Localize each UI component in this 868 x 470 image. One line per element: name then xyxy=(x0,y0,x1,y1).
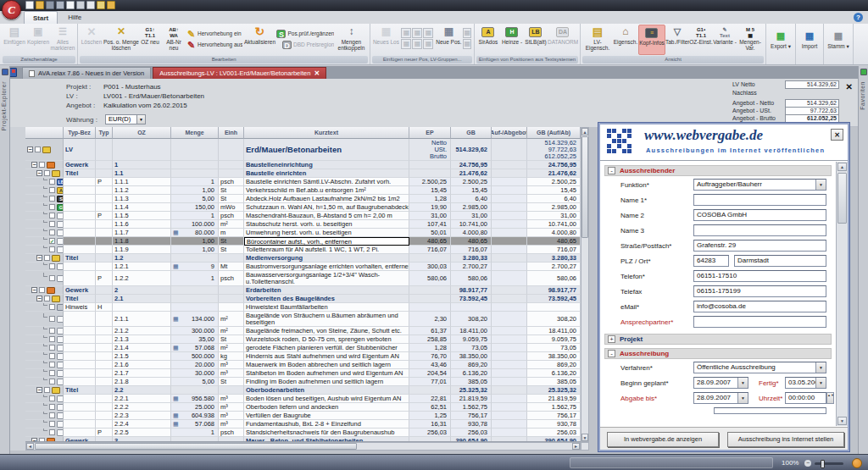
table-row-1.2[interactable]: −Titel1.2Medienversorgung3.280,333.280,3… xyxy=(25,254,581,263)
dbd-preisregion-button[interactable]: DDBD Preisregion xyxy=(276,39,334,50)
table-row-1.1.4[interactable]: G1.1.4150,00mWoSchutzzaun n. Wahl AN, h=… xyxy=(25,203,581,212)
table-row-2.2[interactable]: −Titel2.2Oberbodenarbeiten25.325,3225.32… xyxy=(25,386,581,395)
row-checkbox[interactable] xyxy=(49,353,55,359)
fertig-input[interactable]: 03.05.2007▼ xyxy=(785,377,826,389)
expand-box[interactable]: − xyxy=(27,147,33,152)
totals-value[interactable]: 514.329,62 xyxy=(785,80,839,89)
close-tab-icon[interactable]: ✕ xyxy=(314,68,320,79)
row-checkbox[interactable] xyxy=(44,387,50,393)
neue-pos-button[interactable]: ▦Neue Pos. xyxy=(435,25,462,55)
table-row-2.1[interactable]: −Titel2.1Vorbereiten des Baugeländes73.5… xyxy=(25,295,581,303)
name-1-input[interactable] xyxy=(693,194,826,206)
open-folder-icon[interactable] xyxy=(36,1,44,9)
table-row-2.2.3[interactable]: 2.2.3▦604.938m³Verfüllen der Baugrube1,2… xyxy=(25,412,581,420)
row-checkbox[interactable] xyxy=(49,370,55,376)
row-checkbox[interactable] xyxy=(49,404,55,410)
telefon-input[interactable]: 06151-17510 xyxy=(693,270,826,282)
row-checkbox[interactable] xyxy=(49,328,55,334)
table-row-1.1.2[interactable]: A1.1.21,00StVerkehrsschild m Bef.abb.u e… xyxy=(25,186,581,195)
ab-nr-neu-button[interactable]: AB↑ WAAB-Nr neu xyxy=(161,25,186,55)
mini-grid-icon[interactable]: ▦ xyxy=(463,28,471,38)
row-checkbox[interactable] xyxy=(44,170,50,176)
chevron-down-icon[interactable]: ▼ xyxy=(737,378,748,388)
row-checkbox[interactable] xyxy=(49,345,55,351)
chevron-down-icon[interactable]: ▼ xyxy=(815,378,826,388)
pos-pr-f-erg-nzen-button[interactable]: SPos.prüf./ergänzen xyxy=(276,28,334,39)
document-tab-active[interactable]: Ausschreibungs-LV : LV001-Erd/Mauer/Beto… xyxy=(153,67,326,79)
column-header-aufab[interactable]: Auf-/Abgebot xyxy=(492,127,527,139)
table-row-1.1.9[interactable]: 1.1.91,00StToilettenraum für AN aufstell… xyxy=(25,246,581,254)
row-checkbox[interactable] xyxy=(44,296,50,301)
partial-input[interactable] xyxy=(714,407,826,414)
expand-box[interactable]: − xyxy=(36,255,42,261)
row-checkbox[interactable] xyxy=(49,204,55,210)
table-row-2.2.5[interactable]: P2.2.51pschStandsicherheitsnachweis für … xyxy=(25,429,581,437)
calculator-icon[interactable]: ▦ xyxy=(173,345,179,351)
abgabe-bis-input[interactable]: 28.09.2007▼ xyxy=(693,392,748,404)
dialog-scrollbar[interactable]: ▲ ▼ xyxy=(836,162,848,426)
column-header-tree[interactable] xyxy=(25,127,64,139)
einf-gen-button[interactable]: ▤Einfügen xyxy=(3,25,26,55)
vertical-scrollbar[interactable]: ▲ ▼ xyxy=(581,127,589,442)
close-icon[interactable]: ✕ xyxy=(831,129,843,141)
currency-select[interactable]: EUR(D)▼ xyxy=(105,114,146,124)
save-all-icon[interactable] xyxy=(56,1,64,9)
table-row-2.1.7[interactable]: 2.1.730.000m³Stahlbeton im Boden aufnehm… xyxy=(25,369,581,378)
project-explorer-icon[interactable] xyxy=(2,69,8,75)
new-page-icon[interactable] xyxy=(25,1,34,9)
row-checkbox[interactable] xyxy=(49,379,55,384)
table-row-2.1.2[interactable]: 2.1.2300.000m²Baugelände freimachen, von… xyxy=(25,327,581,335)
column-header-kt[interactable]: Kurztext xyxy=(244,127,409,139)
table-row-1.1.3[interactable]: S1.1.35,00StAbdeck.Holz Aufbauen Lastauf… xyxy=(25,195,581,203)
table-row-2.1.5[interactable]: 2.1.5500.000kgHindernis aus Stahl aufneh… xyxy=(25,352,581,361)
name-2-input[interactable]: COSOBA GmbH xyxy=(693,209,826,221)
calculator-icon[interactable]: ▦ xyxy=(173,395,179,402)
row-checkbox[interactable] xyxy=(49,336,55,342)
table-row-1.2.2[interactable]: P1.2.21pschBauwasserversorgungsanlage 1/… xyxy=(25,271,581,286)
page-setup-icon[interactable] xyxy=(66,1,75,9)
calculator-icon[interactable]: ▦ xyxy=(173,316,179,323)
ansprechpartner-input[interactable] xyxy=(693,316,826,328)
sirados-button[interactable]: ASirAdos xyxy=(476,25,500,55)
name-3-input[interactable] xyxy=(693,224,826,236)
print-preview-icon[interactable] xyxy=(86,1,95,9)
kopf-infos-button[interactable]: ≡Kopf-Infos xyxy=(638,25,665,55)
calculator-icon[interactable]: ▦ xyxy=(173,412,179,419)
row-checkbox[interactable] xyxy=(49,362,55,368)
app-logo-icon[interactable]: C xyxy=(2,0,21,19)
import-button[interactable]: ▦Import xyxy=(798,29,821,59)
table-row-1.1[interactable]: −Titel1.1Baustelle einrichten21.476,6221… xyxy=(25,169,581,178)
hervorhebung-aus-button[interactable]: ✎Hervorhebung aus xyxy=(186,39,242,50)
table-row-1.1.7[interactable]: 1.1.7▦80.000mUmwehrung herst. vorh. u. b… xyxy=(25,229,581,237)
table-row-1.1.8[interactable]: ✓1.1.81,00StBürocontainer aufst., vorh.,… xyxy=(25,237,581,246)
stlb-alt-button[interactable]: LBStLB(alt) xyxy=(524,25,548,55)
mini-grid-icon[interactable]: ▦ xyxy=(412,39,422,49)
horizontal-scrollbar[interactable]: ◄ ► xyxy=(25,442,581,451)
mini-grid-icon[interactable]: ▦ xyxy=(423,28,433,38)
variante-button[interactable]: ✎ TextVariante - xyxy=(713,25,737,55)
uhrzeit-input[interactable]: 00:00:00 xyxy=(785,392,826,404)
eigensch-button[interactable]: ⌂Eigensch. xyxy=(613,25,638,55)
chevron-down-icon[interactable]: ▼ xyxy=(136,115,145,124)
export-button[interactable]: ▦Export ▾ xyxy=(768,29,793,59)
expand-box[interactable]: − xyxy=(31,162,37,168)
table-row-2.1.1[interactable]: 2.1.1▦134.000m²Baugelände von Sträuchern… xyxy=(25,312,581,327)
column-header-einh[interactable]: Einh xyxy=(219,127,244,139)
notification-orb-icon[interactable] xyxy=(852,458,862,468)
collapse-icon[interactable]: - xyxy=(608,167,615,174)
oz-einst-button[interactable]: G1▪ T1.1OZ-Einst. xyxy=(689,25,713,55)
in-webvergabe-de-anzeigen-button[interactable]: In webvergabe.de anzeigen xyxy=(607,432,719,447)
expand-box[interactable]: − xyxy=(36,296,42,301)
table-row[interactable]: −LVErd/Mauer/BetonarbeitenNetto USt. Bru… xyxy=(25,139,581,161)
stra-e-postfach-input[interactable]: Grafenstr. 29 xyxy=(693,240,826,252)
row-checkbox[interactable] xyxy=(49,196,55,202)
calculator-icon[interactable]: ▦ xyxy=(173,263,179,270)
mini-grid-icon[interactable]: ▦ xyxy=(463,39,471,49)
column-header-oz[interactable]: OZ xyxy=(113,127,171,139)
tab-filter-button[interactable]: ▽Tab./Filter xyxy=(665,25,689,55)
funktion-input[interactable]: Auftraggeber/Bauherr▼ xyxy=(693,179,826,191)
zoom-out-icon[interactable]: − xyxy=(804,460,811,467)
ausschreibung-ins-internet-stellen-button[interactable]: Ausschreibung ins Internet stellen xyxy=(727,432,844,447)
row-checkbox[interactable] xyxy=(49,179,55,185)
pos-o-menge-l-schen-button[interactable]: ✕Pos. o. Menge löschen xyxy=(103,25,139,55)
